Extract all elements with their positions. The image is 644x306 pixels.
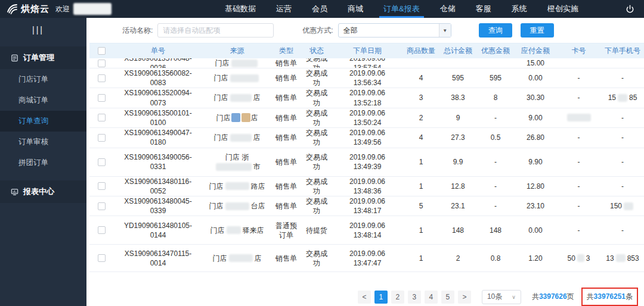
topnav-item-0[interactable]: 基础数据 bbox=[215, 0, 266, 18]
topnav-item-5[interactable]: 仓储 bbox=[430, 0, 466, 18]
sidebar-item-0[interactable]: 门店订单 bbox=[0, 69, 86, 90]
welcome-text: 欢迎 bbox=[55, 4, 70, 14]
cell-text: 13 bbox=[606, 254, 614, 263]
cell-text: 销售单 bbox=[275, 201, 297, 211]
cell-order-no: XS19090613490047-0180 bbox=[113, 128, 203, 147]
query-button[interactable]: 查询 bbox=[479, 23, 512, 38]
select-all-checkbox[interactable] bbox=[98, 47, 106, 55]
sidebar-section-report-center[interactable]: 报表中心 bbox=[0, 180, 86, 203]
cell-text: - bbox=[578, 157, 580, 167]
topnav-item-2[interactable]: 会员 bbox=[302, 0, 338, 18]
cell-discount-amount: 148 bbox=[476, 226, 515, 235]
cell-phone: - bbox=[601, 133, 644, 142]
chevron-down-icon: ▼ bbox=[439, 24, 451, 37]
header-cell-order-date: 下单日期 bbox=[332, 46, 402, 55]
page-size-value: 10条 bbox=[487, 292, 502, 302]
cell-text: 1 bbox=[419, 226, 423, 235]
page-button-2[interactable]: 2 bbox=[391, 291, 404, 304]
row-checkbox[interactable] bbox=[98, 114, 106, 121]
cell-text: 销售单 bbox=[275, 133, 297, 142]
redacted-text bbox=[225, 202, 249, 210]
cell-status: 交易成功 bbox=[301, 88, 332, 107]
row-checkbox[interactable] bbox=[98, 226, 106, 234]
topnav-item-3[interactable]: 商城 bbox=[338, 0, 373, 18]
layout: ||| 订单管理 门店订单商城订单订单查询订单审核拼团订单 报表中心 bbox=[0, 18, 644, 306]
row-checkbox[interactable] bbox=[98, 254, 106, 262]
cell-text: - bbox=[621, 113, 624, 123]
redacted-text bbox=[216, 163, 252, 171]
redacted-color-block bbox=[242, 113, 250, 122]
discount-method-select[interactable]: 全部 ▼ bbox=[338, 23, 451, 38]
next-page-button[interactable]: > bbox=[458, 291, 471, 304]
sidebar-item-3[interactable]: 订单审核 bbox=[0, 132, 86, 152]
row-checkbox[interactable] bbox=[98, 202, 106, 210]
activity-name-input[interactable] bbox=[157, 23, 274, 38]
row-checkbox[interactable] bbox=[98, 60, 106, 67]
cell-text: 0.8 bbox=[491, 254, 501, 263]
cell-type: 销售单 bbox=[271, 254, 301, 263]
table-row: YD19090613480105-0144门店驿来店普通预订单待提货2019.0… bbox=[89, 216, 644, 245]
sidebar-section-order-management[interactable]: 订单管理 bbox=[0, 46, 86, 69]
page-button-4[interactable]: 4 bbox=[425, 291, 438, 304]
cell-phone: - bbox=[601, 113, 644, 123]
cell-text: 市 bbox=[253, 162, 261, 171]
power-icon[interactable] bbox=[626, 5, 634, 14]
cell-text: 2 bbox=[456, 254, 460, 263]
row-checkbox[interactable] bbox=[98, 182, 106, 190]
activity-name-label: 活动名称: bbox=[122, 26, 153, 36]
header-cell-total-amount: 总计金额 bbox=[439, 46, 476, 55]
cell-quantity: 1 bbox=[402, 157, 439, 167]
row-checkbox[interactable] bbox=[98, 94, 106, 102]
prev-page-button[interactable]: < bbox=[358, 291, 371, 304]
header-cell-order-no: 单号 bbox=[113, 46, 203, 55]
cell-checkbox bbox=[89, 202, 113, 210]
topnav-item-1[interactable]: 运营 bbox=[266, 0, 302, 18]
sidebar-section-title: 订单管理 bbox=[23, 52, 54, 63]
sidebar-item-1[interactable]: 商城订单 bbox=[0, 90, 86, 111]
sidebar-items: 门店订单商城订单订单查询订单审核拼团订单 bbox=[0, 69, 86, 173]
cell-text: XS19090613490047-0180 bbox=[117, 128, 199, 147]
cell-order-date: 2019.09.06 13:47:47 bbox=[332, 249, 402, 268]
cell-text: 门店 bbox=[209, 182, 224, 191]
row-checkbox[interactable] bbox=[98, 158, 106, 166]
cell-text: - bbox=[621, 226, 624, 235]
cell-card-no: - bbox=[556, 226, 601, 235]
cell-checkbox bbox=[89, 60, 113, 67]
table-body: XS19090613570048-0026门店销售单交易成功2019.09.06… bbox=[89, 58, 644, 272]
reset-button[interactable]: 重置 bbox=[521, 23, 554, 38]
main-content: 活动名称: 优惠方式: 全部 ▼ 查询 重置 单号 来源 类型 状态 下单日期 bbox=[86, 18, 644, 306]
page-size-select[interactable]: 10条 ∨ bbox=[482, 290, 521, 304]
header-cell-phone: 下单手机号 bbox=[601, 46, 644, 55]
page-button-5[interactable]: 5 bbox=[441, 291, 454, 304]
cell-text: - bbox=[621, 133, 624, 142]
cell-total-amount: 12.8 bbox=[439, 182, 476, 191]
cell-text: 1 bbox=[419, 157, 423, 167]
sidebar-item-4[interactable]: 拼团订单 bbox=[0, 152, 86, 173]
row-checkbox[interactable] bbox=[98, 134, 106, 142]
topnav-item-7[interactable]: 系统 bbox=[501, 0, 537, 18]
cell-source: 门店店 bbox=[203, 93, 271, 102]
cell-text: 2019.09.06 13:52:18 bbox=[336, 88, 399, 107]
redacted-username bbox=[73, 3, 112, 15]
topnav-item-8[interactable]: 橙创实施 bbox=[537, 0, 589, 18]
topnav-item-6[interactable]: 客服 bbox=[466, 0, 501, 18]
topnav-item-4[interactable]: 订单&报表 bbox=[373, 0, 430, 18]
row-checkbox[interactable] bbox=[98, 74, 106, 82]
cell-discount-amount: 8 bbox=[476, 93, 515, 102]
cell-text: 门店 浙 bbox=[225, 152, 249, 162]
cell-text: XS19090613560082-0083 bbox=[117, 68, 199, 88]
cell-quantity: 4 bbox=[402, 133, 439, 142]
cell-card-no: - bbox=[556, 133, 601, 142]
page-button-3[interactable]: 3 bbox=[408, 291, 421, 304]
sidebar-item-2[interactable]: 订单查询 bbox=[0, 111, 86, 132]
cell-text: 12.80 bbox=[527, 182, 544, 191]
cell-checkbox bbox=[89, 182, 113, 190]
cell-text: 销售单 bbox=[275, 254, 297, 263]
table-header: 单号 来源 类型 状态 下单日期 商品数量 总计金额 优惠金额 应付金额 卡号 … bbox=[89, 43, 644, 58]
cell-order-no: XS19090613470115-0014 bbox=[113, 249, 203, 268]
cell-source: 门店店 bbox=[203, 113, 271, 123]
page-buttons: 12345 bbox=[374, 291, 454, 304]
sidebar-collapse-icon[interactable]: ||| bbox=[0, 18, 86, 46]
page-button-1[interactable]: 1 bbox=[374, 291, 388, 304]
cell-order-date: 2019.09.06 13:56:34 bbox=[332, 68, 402, 88]
